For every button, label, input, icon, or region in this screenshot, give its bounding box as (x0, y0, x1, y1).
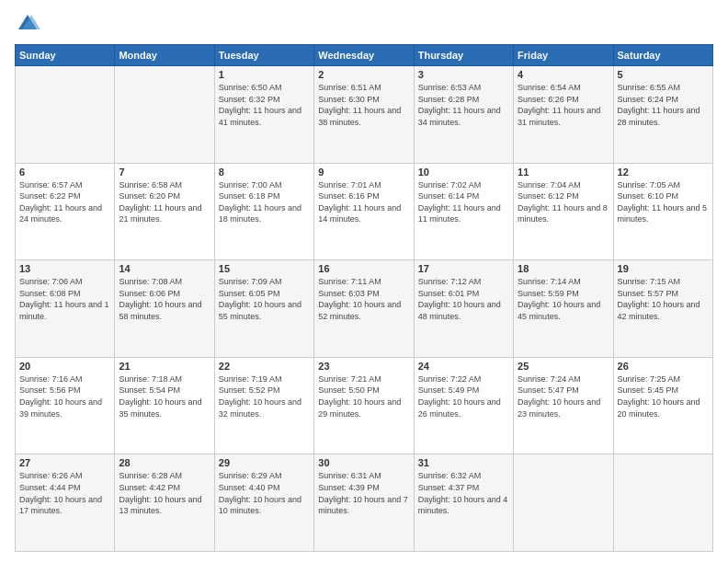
day-info: Sunrise: 6:51 AM Sunset: 6:30 PM Dayligh… (318, 82, 409, 128)
day-cell: 9Sunrise: 7:01 AM Sunset: 6:16 PM Daylig… (314, 163, 414, 260)
week-row-3: 13Sunrise: 7:06 AM Sunset: 6:08 PM Dayli… (16, 260, 713, 358)
day-cell: 7Sunrise: 6:58 AM Sunset: 6:20 PM Daylig… (115, 163, 214, 260)
day-number: 24 (418, 361, 509, 372)
day-cell: 5Sunrise: 6:55 AM Sunset: 6:24 PM Daylig… (613, 66, 712, 164)
day-number: 13 (19, 263, 110, 274)
day-cell (514, 454, 613, 552)
day-info: Sunrise: 6:29 AM Sunset: 4:40 PM Dayligh… (219, 470, 310, 516)
day-cell: 15Sunrise: 7:09 AM Sunset: 6:05 PM Dayli… (214, 260, 313, 358)
day-cell: 20Sunrise: 7:16 AM Sunset: 5:56 PM Dayli… (16, 357, 115, 454)
day-cell: 24Sunrise: 7:22 AM Sunset: 5:49 PM Dayli… (414, 357, 513, 454)
day-number: 1 (219, 69, 310, 80)
day-cell: 22Sunrise: 7:19 AM Sunset: 5:52 PM Dayli… (214, 357, 313, 454)
day-number: 28 (119, 457, 210, 468)
day-info: Sunrise: 6:53 AM Sunset: 6:28 PM Dayligh… (418, 82, 509, 128)
day-info: Sunrise: 6:26 AM Sunset: 4:44 PM Dayligh… (19, 470, 110, 516)
day-info: Sunrise: 7:25 AM Sunset: 5:45 PM Dayligh… (618, 373, 709, 419)
day-cell: 13Sunrise: 7:06 AM Sunset: 6:08 PM Dayli… (16, 260, 115, 358)
day-info: Sunrise: 7:00 AM Sunset: 6:18 PM Dayligh… (219, 179, 310, 225)
day-cell: 27Sunrise: 6:26 AM Sunset: 4:44 PM Dayli… (16, 454, 115, 552)
day-cell: 18Sunrise: 7:14 AM Sunset: 5:59 PM Dayli… (514, 260, 613, 358)
week-row-5: 27Sunrise: 6:26 AM Sunset: 4:44 PM Dayli… (16, 454, 713, 552)
day-number: 6 (19, 167, 110, 178)
day-number: 2 (318, 69, 409, 80)
day-cell: 17Sunrise: 7:12 AM Sunset: 6:01 PM Dayli… (414, 260, 513, 358)
day-number: 30 (318, 457, 409, 468)
header-cell-monday: Monday (115, 45, 214, 66)
day-cell: 6Sunrise: 6:57 AM Sunset: 6:22 PM Daylig… (16, 163, 115, 260)
day-number: 14 (119, 263, 210, 274)
day-cell: 25Sunrise: 7:24 AM Sunset: 5:47 PM Dayli… (514, 357, 613, 454)
day-info: Sunrise: 7:21 AM Sunset: 5:50 PM Dayligh… (318, 373, 409, 419)
day-info: Sunrise: 6:55 AM Sunset: 6:24 PM Dayligh… (618, 82, 709, 128)
day-number: 11 (518, 167, 609, 178)
day-info: Sunrise: 7:11 AM Sunset: 6:03 PM Dayligh… (318, 276, 409, 322)
day-number: 7 (119, 167, 210, 178)
day-info: Sunrise: 7:08 AM Sunset: 6:06 PM Dayligh… (119, 276, 210, 322)
day-info: Sunrise: 6:32 AM Sunset: 4:37 PM Dayligh… (418, 470, 509, 516)
day-cell: 19Sunrise: 7:15 AM Sunset: 5:57 PM Dayli… (613, 260, 712, 358)
day-number: 20 (19, 361, 110, 372)
day-cell: 11Sunrise: 7:04 AM Sunset: 6:12 PM Dayli… (514, 163, 613, 260)
calendar-table: SundayMondayTuesdayWednesdayThursdayFrid… (15, 44, 713, 552)
day-cell: 8Sunrise: 7:00 AM Sunset: 6:18 PM Daylig… (214, 163, 313, 260)
day-cell: 1Sunrise: 6:50 AM Sunset: 6:32 PM Daylig… (214, 66, 313, 164)
day-cell: 2Sunrise: 6:51 AM Sunset: 6:30 PM Daylig… (314, 66, 414, 164)
day-number: 18 (518, 263, 609, 274)
week-row-4: 20Sunrise: 7:16 AM Sunset: 5:56 PM Dayli… (16, 357, 713, 454)
day-info: Sunrise: 6:54 AM Sunset: 6:26 PM Dayligh… (518, 82, 609, 128)
day-number: 12 (618, 167, 709, 178)
day-info: Sunrise: 6:31 AM Sunset: 4:39 PM Dayligh… (318, 470, 409, 516)
day-info: Sunrise: 7:05 AM Sunset: 6:10 PM Dayligh… (618, 179, 709, 225)
day-cell (16, 66, 115, 164)
day-cell: 26Sunrise: 7:25 AM Sunset: 5:45 PM Dayli… (613, 357, 712, 454)
day-number: 19 (618, 263, 709, 274)
header-cell-wednesday: Wednesday (314, 45, 414, 66)
day-info: Sunrise: 7:24 AM Sunset: 5:47 PM Dayligh… (518, 373, 609, 419)
day-cell: 4Sunrise: 6:54 AM Sunset: 6:26 PM Daylig… (514, 66, 613, 164)
day-info: Sunrise: 7:18 AM Sunset: 5:54 PM Dayligh… (119, 373, 210, 419)
day-cell: 21Sunrise: 7:18 AM Sunset: 5:54 PM Dayli… (115, 357, 214, 454)
day-info: Sunrise: 7:12 AM Sunset: 6:01 PM Dayligh… (418, 276, 509, 322)
day-info: Sunrise: 7:04 AM Sunset: 6:12 PM Dayligh… (518, 179, 609, 225)
logo-icon (15, 11, 40, 37)
day-number: 29 (219, 457, 310, 468)
day-cell: 31Sunrise: 6:32 AM Sunset: 4:37 PM Dayli… (414, 454, 513, 552)
calendar-page: SundayMondayTuesdayWednesdayThursdayFrid… (0, 0, 728, 563)
day-cell: 14Sunrise: 7:08 AM Sunset: 6:06 PM Dayli… (115, 260, 214, 358)
day-number: 9 (318, 167, 409, 178)
day-number: 31 (418, 457, 509, 468)
day-number: 23 (318, 361, 409, 372)
day-number: 5 (618, 69, 709, 80)
day-cell: 12Sunrise: 7:05 AM Sunset: 6:10 PM Dayli… (613, 163, 712, 260)
day-info: Sunrise: 6:50 AM Sunset: 6:32 PM Dayligh… (219, 82, 310, 128)
day-number: 4 (518, 69, 609, 80)
day-cell: 3Sunrise: 6:53 AM Sunset: 6:28 PM Daylig… (414, 66, 513, 164)
day-info: Sunrise: 7:09 AM Sunset: 6:05 PM Dayligh… (219, 276, 310, 322)
day-info: Sunrise: 7:01 AM Sunset: 6:16 PM Dayligh… (318, 179, 409, 225)
day-cell: 29Sunrise: 6:29 AM Sunset: 4:40 PM Dayli… (214, 454, 313, 552)
header-cell-friday: Friday (514, 45, 613, 66)
day-cell: 10Sunrise: 7:02 AM Sunset: 6:14 PM Dayli… (414, 163, 513, 260)
day-number: 17 (418, 263, 509, 274)
day-info: Sunrise: 7:06 AM Sunset: 6:08 PM Dayligh… (19, 276, 110, 322)
logo (15, 11, 44, 37)
day-info: Sunrise: 7:14 AM Sunset: 5:59 PM Dayligh… (518, 276, 609, 322)
day-number: 27 (19, 457, 110, 468)
day-cell (613, 454, 712, 552)
day-info: Sunrise: 7:16 AM Sunset: 5:56 PM Dayligh… (19, 373, 110, 419)
day-cell: 16Sunrise: 7:11 AM Sunset: 6:03 PM Dayli… (314, 260, 414, 358)
day-number: 8 (219, 167, 310, 178)
day-info: Sunrise: 6:57 AM Sunset: 6:22 PM Dayligh… (19, 179, 110, 225)
day-info: Sunrise: 6:28 AM Sunset: 4:42 PM Dayligh… (119, 470, 210, 516)
header-cell-tuesday: Tuesday (214, 45, 313, 66)
day-number: 25 (518, 361, 609, 372)
day-info: Sunrise: 7:02 AM Sunset: 6:14 PM Dayligh… (418, 179, 509, 225)
day-number: 15 (219, 263, 310, 274)
day-number: 10 (418, 167, 509, 178)
day-number: 21 (119, 361, 210, 372)
day-number: 22 (219, 361, 310, 372)
day-number: 3 (418, 69, 509, 80)
day-number: 16 (318, 263, 409, 274)
header (15, 11, 713, 37)
